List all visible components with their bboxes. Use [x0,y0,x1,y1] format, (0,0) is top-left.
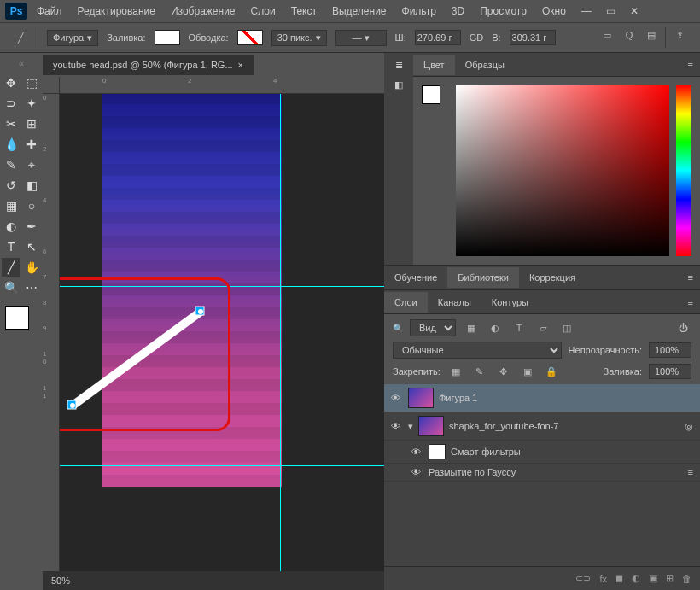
width-input[interactable] [415,30,461,45]
pen-tool[interactable]: ✒ [22,217,41,236]
visibility-icon[interactable]: 👁 [391,421,403,431]
history-panel-icon[interactable]: ≣ [395,60,403,71]
menu-window[interactable]: Окно [536,3,572,20]
move-tool[interactable]: ✥ [2,73,20,92]
menu-view[interactable]: Просмотр [474,3,533,20]
adjustments-tab[interactable]: Коррекция [519,267,586,288]
guide-horizontal[interactable] [60,465,384,466]
panel-menu-icon[interactable]: ≡ [681,56,700,73]
minimize-button[interactable]: — [575,3,598,20]
color-field[interactable] [456,85,669,256]
zoom-level[interactable]: 50% [51,575,70,586]
hue-slider[interactable] [676,85,691,256]
lock-trans-icon[interactable]: ▦ [447,364,464,379]
filter-toggle[interactable]: ⏻ [674,320,691,336]
color-fg-bg[interactable] [422,85,449,256]
filter-smart-icon[interactable]: ◫ [558,320,575,336]
menu-filter[interactable]: Фильтр [396,3,442,20]
swatches-tab[interactable]: Образцы [455,55,515,75]
blur-tool[interactable]: ○ [22,196,41,215]
zoom-tool[interactable]: 🔍 [2,278,20,297]
group-icon[interactable]: ▣ [649,573,657,584]
new-layer-icon[interactable]: ⊞ [666,573,674,584]
menu-edit[interactable]: Редактирование [72,3,161,20]
menu-type[interactable]: Текст [285,3,323,20]
align-icon[interactable]: Q [621,27,638,43]
layer-name[interactable]: shapka_for_youtube-fon-7 [449,421,558,431]
crop-tool[interactable]: ✂ [2,114,20,133]
hand-tool[interactable]: ✋ [22,258,41,277]
learn-tab[interactable]: Обучение [384,267,447,288]
layer-thumb[interactable] [418,416,444,436]
eraser-tool[interactable]: ◧ [22,176,41,195]
menu-file[interactable]: Файл [31,3,68,20]
path-select-tool[interactable]: ↖ [22,237,41,256]
line-tool[interactable]: ╱ [2,258,20,277]
gradient-tool[interactable]: ▦ [2,196,20,215]
stroke-style-select[interactable]: — ▾ [335,30,387,46]
delete-layer-icon[interactable]: 🗑 [682,574,691,584]
close-button[interactable]: ✕ [624,3,645,20]
visibility-icon[interactable]: 👁 [411,447,423,457]
history-brush-tool[interactable]: ↺ [2,176,20,195]
dodge-tool[interactable]: ◐ [2,217,20,236]
quick-select-tool[interactable]: ✦ [22,94,41,113]
panel-menu-icon[interactable]: ≡ [681,269,700,286]
layer-name[interactable]: Размытие по Гауссу [429,467,516,477]
eyedropper-tool[interactable]: 💧 [2,135,20,154]
path-ops-icon[interactable]: ▭ [598,27,615,43]
lock-all-icon[interactable]: 🔒 [543,364,560,379]
height-input[interactable] [510,30,556,45]
panel-menu-icon[interactable]: ≡ [681,294,700,311]
brush-tool[interactable]: ✎ [2,155,20,174]
maximize-button[interactable]: ▭ [600,3,621,20]
layer-filter-select[interactable]: Вид [410,319,456,336]
adjustment-layer-icon[interactable]: ◐ [632,573,640,584]
lock-image-icon[interactable]: ✎ [471,364,488,379]
paths-tab[interactable]: Контуры [481,292,539,313]
lock-pos-icon[interactable]: ✥ [495,364,512,379]
visibility-icon[interactable]: 👁 [391,393,403,403]
stroke-width-input[interactable]: 30 пикс.▾ [271,30,327,46]
arrange-icon[interactable]: ▤ [643,27,660,43]
blend-mode-select[interactable]: Обычные [393,342,562,359]
color-tab[interactable]: Цвет [413,55,455,75]
link-dims[interactable]: GĐ [470,32,484,43]
ruler-vertical[interactable]: 02467891011 [43,94,60,571]
marquee-tool[interactable]: ⬚ [22,73,41,92]
fill-opacity-input[interactable] [649,364,691,379]
guide-vertical[interactable] [280,94,281,571]
menu-layer[interactable]: Слои [245,3,282,20]
edit-toolbar[interactable]: ⋯ [22,278,41,297]
document-tab[interactable]: youtube head.psd @ 50% (Фигура 1, RG... … [43,55,254,75]
ruler-horizontal[interactable]: 024 [60,77,384,94]
layer-row[interactable]: 👁 Размытие по Гауссу ≡ [384,464,700,482]
properties-panel-icon[interactable]: ◧ [394,79,403,91]
color-swatches[interactable] [2,306,41,340]
visibility-icon[interactable]: 👁 [411,467,423,477]
link-layers-icon[interactable]: ⊂⊃ [575,573,591,584]
layer-mask-icon[interactable]: ◼ [615,573,623,584]
guide-horizontal[interactable] [60,286,384,287]
layer-name[interactable]: Фигура 1 [439,393,477,403]
type-tool[interactable]: T [2,237,20,256]
lock-artboard-icon[interactable]: ▣ [519,364,536,379]
layers-tab[interactable]: Слои [384,292,428,313]
stroke-swatch[interactable] [237,30,263,45]
layer-fx-icon[interactable]: fx [599,574,607,584]
menu-3d[interactable]: 3D [446,3,470,20]
filter-settings-icon[interactable]: ≡ [688,467,693,477]
filter-pixel-icon[interactable]: ▦ [463,320,480,336]
layer-row[interactable]: 👁 ▾ shapka_for_youtube-fon-7 ◎ [384,412,700,441]
menu-image[interactable]: Изображение [165,3,242,20]
canvas[interactable] [60,94,384,571]
shape-mode-select[interactable]: Фигура▾ [47,30,98,46]
layer-row[interactable]: 👁 Смарт-фильтры [384,441,700,464]
fill-swatch[interactable] [155,30,180,45]
opacity-input[interactable] [649,342,691,358]
filter-type-icon[interactable]: T [510,320,528,336]
layer-name[interactable]: Смарт-фильтры [451,447,521,457]
shape-line[interactable] [60,303,218,414]
filter-adjust-icon[interactable]: ◐ [487,320,504,336]
stamp-tool[interactable]: ⌖ [22,155,41,174]
